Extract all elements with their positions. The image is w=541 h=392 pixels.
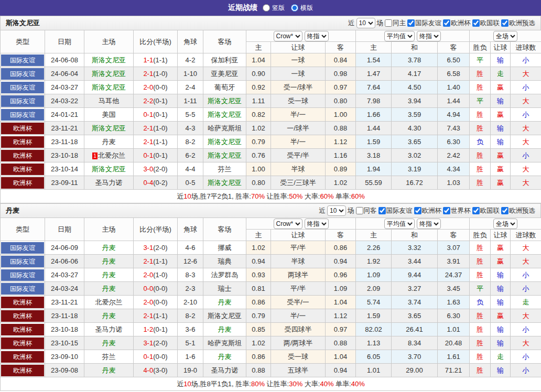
result-cell: 输 <box>491 296 511 309</box>
league-filter-option[interactable]: 国际友谊 <box>378 206 413 215</box>
league-badge: 欧洲杯 <box>1 337 44 349</box>
sub-column-header: 让球 <box>271 42 326 53</box>
europe-odds-cell: 1.01 <box>438 323 470 336</box>
league-filter-option[interactable]: 欧国联 <box>472 19 500 28</box>
league-filter-option[interactable]: 欧洲预选 <box>501 206 535 215</box>
sub-column-header: 胜负 <box>470 42 491 53</box>
europe-odds-cell: 5.74 <box>356 296 392 309</box>
league-filter-label: 欧洲杯 <box>451 19 471 28</box>
home-team-cell: 斯洛文尼亚 <box>84 162 134 176</box>
league-filter-option[interactable]: 欧洲预选 <box>501 19 535 28</box>
europe-odds-cell: 3.65 <box>392 309 438 323</box>
league-filter-checkbox[interactable] <box>378 207 386 214</box>
sub-column-header: 进球数 <box>511 42 541 53</box>
handicap-odds-cell: 0.81 <box>246 282 271 296</box>
score-cell: 3-0(2-0) <box>134 162 178 176</box>
europe-average-select[interactable]: 平均值 <box>384 31 415 41</box>
league-filter-checkbox[interactable] <box>472 207 480 214</box>
europe-odds-cell: 3.74 <box>392 296 438 309</box>
date-cell: 23-11-21 <box>45 296 84 309</box>
odds-company-select[interactable]: Crow* <box>274 219 302 229</box>
orientation-radio[interactable] <box>263 4 270 12</box>
europe-stage-select[interactable]: 终指 <box>417 219 441 229</box>
league-type-cell: 国际友谊 <box>1 108 45 122</box>
result-text: 大 <box>523 312 529 320</box>
same-venue-checkbox[interactable] <box>356 207 363 214</box>
europe-stage-select[interactable]: 终指 <box>417 31 441 41</box>
column-header: 主场 <box>84 218 134 241</box>
odds-company-select[interactable]: Crow* <box>274 31 302 41</box>
recent-count-select[interactable]: 10 <box>327 205 346 216</box>
date-cell: 23-10-18 <box>45 149 84 162</box>
column-header: 角球 <box>178 30 203 53</box>
result-cell: 小 <box>511 282 541 296</box>
europe-odds-cell: 3.70 <box>392 350 438 364</box>
result-cell: 大 <box>511 135 541 149</box>
page-title: 近期战绩 <box>228 3 257 13</box>
handicap-odds-cell: 1.02 <box>326 176 356 190</box>
result-cell: 大 <box>511 241 541 255</box>
score-cell: 3-1(2-0) <box>134 241 178 255</box>
same-venue-option[interactable]: 同客 <box>356 206 377 215</box>
corner-cell: 4-6 <box>178 241 203 255</box>
same-venue-option[interactable]: 同主 <box>385 19 406 28</box>
score-cell: 2-2(0-1) <box>134 94 178 108</box>
match-filter: 近10场同主国际友谊欧洲杯欧国联欧洲预选 <box>348 18 535 28</box>
sub-column-header: 和 <box>392 42 438 53</box>
summary-segment: 80% <box>251 380 265 388</box>
odds-stage-select[interactable]: 终指 <box>305 219 329 229</box>
result-cell: 输 <box>491 135 511 149</box>
filter-suffix-label: 场 <box>377 19 384 28</box>
orientation-option[interactable]: 横版 <box>291 4 313 13</box>
result-cell: 走 <box>511 296 541 309</box>
league-filter-checkbox[interactable] <box>501 207 508 214</box>
halftime-score: (1-0) <box>153 124 167 132</box>
column-header: 主场 <box>84 30 134 53</box>
home-team-name: 丹麦 <box>102 366 116 374</box>
match-row: 欧洲杯23-10-15丹麦3-1(2-0)5-1哈萨克斯坦1.02两/两球半0.… <box>1 336 541 350</box>
orientation-option[interactable]: 竖版 <box>263 4 285 13</box>
same-venue-checkbox[interactable] <box>385 19 392 27</box>
league-filter-checkbox[interactable] <box>443 207 450 214</box>
recent-count-select[interactable]: 10 <box>356 18 375 28</box>
away-team-name: 斯洛文尼亚 <box>208 312 242 320</box>
league-filter-option[interactable]: 国际友谊 <box>407 19 441 28</box>
result-cell: 平 <box>470 53 491 67</box>
europe-odds-cell: 3.78 <box>392 53 438 67</box>
league-filter-checkbox[interactable] <box>443 19 450 27</box>
league-filter-option[interactable]: 欧洲杯 <box>443 19 471 28</box>
away-team-cell: 法罗群岛 <box>203 268 246 282</box>
home-team-name: 北爱尔兰 <box>98 151 125 159</box>
halftime-score: (1-0) <box>153 70 167 78</box>
league-type-cell: 国际友谊 <box>1 255 45 268</box>
europe-average-select[interactable]: 平均值 <box>384 219 415 229</box>
league-filter-checkbox[interactable] <box>501 19 508 27</box>
result-text: 大 <box>523 70 529 78</box>
sub-column-header: 让球 <box>271 230 326 241</box>
corner-cell: 2-10 <box>178 296 203 309</box>
results-table: 类型日期主场比分(半场)角球客场Crow*终指平均值终指全场主让球客主和客胜负让… <box>0 217 541 391</box>
europe-odds-cell: 4.17 <box>392 67 438 81</box>
league-filter-option[interactable]: 欧洲杯 <box>414 206 442 215</box>
league-filter-checkbox[interactable] <box>407 19 415 27</box>
fulltime-score: 2-1 <box>143 124 153 132</box>
fulltime-score: 2-0 <box>143 83 153 91</box>
result-text: 赢 <box>497 244 504 252</box>
orientation-radio[interactable] <box>291 4 298 12</box>
league-filter-option[interactable]: 欧国联 <box>472 206 500 215</box>
europe-odds-cell: 3.94 <box>392 94 438 108</box>
league-filter-checkbox[interactable] <box>472 19 480 27</box>
league-filter-checkbox[interactable] <box>414 207 421 214</box>
halftime-score: (0-0) <box>153 83 167 91</box>
scope-select[interactable]: 全场 <box>493 219 517 229</box>
scope-select[interactable]: 全场 <box>493 31 517 41</box>
handicap-odds-cell: 1.00 <box>246 162 271 176</box>
corner-cell: 19-0 <box>178 364 203 377</box>
result-text: 胜 <box>477 165 483 173</box>
odds-stage-select[interactable]: 终指 <box>305 31 329 41</box>
away-team-name: 亚美尼亚 <box>211 70 239 78</box>
league-badge: 欧洲杯 <box>1 365 44 376</box>
league-filter-option[interactable]: 世界杯 <box>443 206 471 215</box>
summary-segment: 大率: <box>302 192 320 200</box>
match-row: 国际友谊24-03-24丹麦0-0(0-0)2-3瑞士0.81平/半1.092.… <box>1 282 541 296</box>
